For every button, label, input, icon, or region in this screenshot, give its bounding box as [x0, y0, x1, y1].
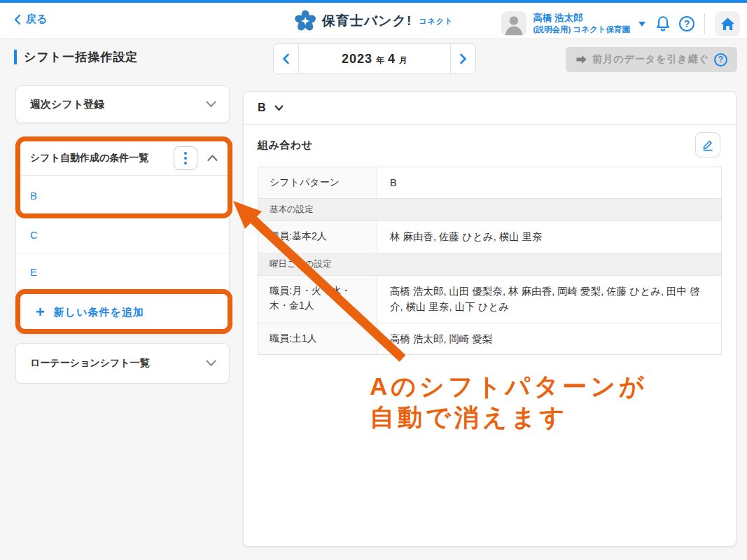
- rotation-shift-panel: ローテーションシフト一覧: [15, 343, 230, 384]
- chevron-left-icon: [282, 53, 290, 64]
- user-info[interactable]: 高橋 浩太郎 (説明会用) コネクト保育園: [533, 13, 630, 34]
- table-row-label: シフトパターン: [258, 167, 377, 198]
- table-section-row: 曜日ごとの設定: [258, 253, 721, 276]
- table-row-value: 高橋 浩太郎, 岡崎 愛梨: [377, 323, 721, 354]
- table-section-label: 基本の設定: [258, 199, 721, 220]
- weekly-shift-panel-label: 週次シフト登録: [30, 98, 104, 111]
- home-button[interactable]: [715, 11, 740, 36]
- chevron-left-icon: [14, 14, 21, 25]
- add-condition-label: 新しい条件を追加: [54, 306, 144, 319]
- person-icon: [501, 11, 526, 36]
- header-user-area: 高橋 浩太郎 (説明会用) コネクト保育園 ?: [501, 6, 740, 42]
- conditions-panel-header[interactable]: シフト自動作成の条件一覧: [16, 141, 229, 176]
- plus-icon: +: [36, 304, 45, 320]
- back-button[interactable]: 戻る: [14, 13, 47, 26]
- bell-icon: [654, 15, 672, 33]
- table-row: シフトパターンB: [258, 167, 721, 199]
- table-row-value: B: [377, 167, 721, 198]
- carryover-label: 前月のデータを引き継ぐ: [592, 53, 709, 66]
- conditions-panel-label: シフト自動作成の条件一覧: [30, 152, 174, 164]
- table-row: 職員:月・火・水・木・金1人高橋 浩太郎, 山田 優梨奈, 林 麻由香, 岡崎 …: [258, 276, 721, 323]
- pattern-detail-panel: B 組み合わせ シフトパターンB基本の設定職員:基本2人林 麻由香, 佐藤 ひと…: [243, 91, 736, 547]
- selected-pattern-label: B: [258, 102, 266, 114]
- combination-section-header: 組み合わせ: [244, 125, 736, 165]
- kebab-icon: [184, 152, 187, 155]
- logo-main-text: 保育士バンク!: [322, 12, 412, 30]
- chevron-right-icon: [459, 53, 467, 64]
- table-section-row: 基本の設定: [258, 199, 721, 221]
- title-accent-bar: [14, 50, 17, 64]
- condition-item-B[interactable]: B: [16, 176, 229, 216]
- month-selector: 2023 年 4 月: [273, 43, 476, 74]
- weekly-shift-panel: 週次シフト登録: [15, 85, 230, 123]
- year-unit: 年: [376, 55, 384, 66]
- table-row-label: 職員:月・火・水・木・金1人: [258, 276, 377, 323]
- chevron-down-icon: [206, 360, 216, 367]
- avatar[interactable]: [501, 11, 526, 36]
- combination-title: 組み合わせ: [258, 139, 313, 152]
- combination-table: シフトパターンB基本の設定職員:基本2人林 麻由香, 佐藤 ひとみ, 横山 里奈…: [258, 167, 722, 355]
- chevron-up-icon: [207, 155, 218, 162]
- pattern-selector[interactable]: B: [244, 92, 736, 125]
- page-title-block: シフト一括操作設定: [14, 49, 138, 65]
- table-row-value: 高橋 浩太郎, 山田 優梨奈, 林 麻由香, 岡崎 愛梨, 佐藤 ひとみ, 田中…: [377, 276, 721, 323]
- user-organization: (説明会用) コネクト保育園: [533, 24, 630, 34]
- arrow-right-icon: [575, 55, 587, 64]
- table-row-value: 林 麻由香, 佐藤 ひとみ, 横山 里奈: [377, 221, 721, 252]
- user-menu-caret-icon[interactable]: [638, 22, 645, 27]
- app-logo: 保育士バンク! コネクト: [294, 10, 454, 32]
- pencil-edit-icon: [701, 139, 714, 151]
- rotation-shift-panel-label: ローテーションシフト一覧: [30, 357, 150, 370]
- month-unit: 月: [399, 55, 407, 66]
- question-icon: ?: [679, 16, 694, 31]
- carryover-previous-month-button[interactable]: 前月のデータを引き継ぐ ?: [566, 47, 737, 72]
- year-value: 2023: [342, 52, 372, 66]
- auto-shift-conditions-panel: シフト自動作成の条件一覧 BCE + 新しい条件を追加: [15, 140, 230, 334]
- table-row-label: 職員:基本2人: [258, 221, 377, 252]
- table-row: 職員:基本2人林 麻由香, 佐藤 ひとみ, 横山 里奈: [258, 221, 721, 253]
- chevron-down-icon: [274, 105, 284, 111]
- home-icon: [720, 17, 735, 31]
- condition-item-E[interactable]: E: [16, 253, 229, 290]
- next-month-button[interactable]: [450, 44, 475, 74]
- table-row-label: 職員:土1人: [258, 323, 377, 354]
- conditions-menu-button[interactable]: [174, 146, 197, 170]
- sakura-flower-icon: [294, 10, 316, 32]
- table-row: 職員:土1人高橋 浩太郎, 岡崎 愛梨: [258, 323, 721, 354]
- back-label: 戻る: [26, 13, 47, 26]
- chevron-down-icon: [206, 101, 216, 108]
- header-divider: [704, 13, 705, 34]
- month-value: 4: [388, 52, 396, 66]
- table-section-label: 曜日ごとの設定: [258, 253, 721, 275]
- edit-combination-button[interactable]: [695, 132, 720, 158]
- question-icon: ?: [714, 53, 727, 66]
- logo-sub-text: コネクト: [419, 16, 453, 27]
- add-condition-button[interactable]: + 新しい条件を追加: [16, 290, 229, 334]
- help-button[interactable]: ?: [679, 16, 694, 31]
- app-header: 戻る 保育士バンク! コネクト 高橋 浩太郎 (説明会用) コネクト保育園: [0, 3, 747, 39]
- weekly-shift-panel-header[interactable]: 週次シフト登録: [16, 86, 229, 122]
- condition-list: BCE: [16, 176, 229, 290]
- previous-month-button[interactable]: [274, 44, 299, 74]
- current-month-label: 2023 年 4 月: [299, 44, 450, 74]
- condition-item-C[interactable]: C: [16, 216, 229, 253]
- notifications-button[interactable]: [654, 15, 672, 33]
- page-title: シフト一括操作設定: [24, 49, 138, 65]
- user-name: 高橋 浩太郎: [533, 13, 630, 24]
- rotation-shift-panel-header[interactable]: ローテーションシフト一覧: [16, 344, 229, 383]
